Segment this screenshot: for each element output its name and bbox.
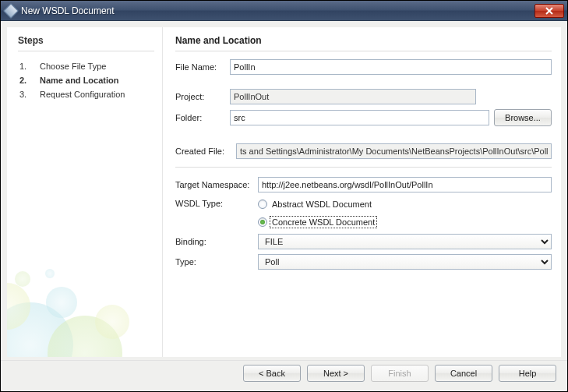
wizard-footer: < Back Next > Finish Cancel Help — [1, 360, 567, 391]
next-button[interactable]: Next > — [307, 365, 365, 382]
label-file-name: File Name: — [175, 62, 225, 72]
steps-heading: Steps — [18, 35, 154, 46]
decorative-bubbles — [7, 244, 178, 357]
divider — [175, 51, 552, 51]
row-file-name: File Name: — [175, 59, 552, 75]
step-item: 3. Request Configuration — [18, 87, 154, 101]
step-label: Request Configuration — [40, 90, 125, 99]
created-file-display — [236, 143, 552, 159]
back-button[interactable]: < Back — [243, 365, 301, 382]
steps-sidebar: Steps 1. Choose File Type 2. Name and Lo… — [7, 27, 163, 357]
svg-point-5 — [15, 271, 30, 287]
label-type: Type: — [175, 257, 253, 267]
svg-point-6 — [45, 269, 55, 278]
finish-button: Finish — [371, 365, 429, 382]
step-item: 1. Choose File Type — [18, 59, 154, 73]
label-target-namespace: Target Namespace: — [175, 180, 253, 189]
target-namespace-input[interactable] — [258, 177, 552, 192]
row-folder: Folder: Browse... — [175, 109, 552, 126]
separator — [175, 167, 552, 168]
content-heading: Name and Location — [175, 35, 552, 46]
label-binding: Binding: — [175, 237, 253, 246]
step-number: 3. — [19, 90, 30, 99]
binding-select[interactable]: FILE — [258, 234, 552, 249]
radio-concrete[interactable]: Concrete WSDL Document — [258, 215, 376, 229]
label-project: Project: — [175, 92, 225, 101]
label-created-file: Created File: — [175, 147, 231, 156]
row-type: Type: Poll — [175, 254, 552, 270]
divider — [18, 51, 154, 51]
radio-icon-selected — [258, 217, 267, 227]
step-label: Name and Location — [40, 76, 118, 85]
title-bar: New WSDL Document — [1, 1, 567, 21]
steps-list: 1. Choose File Type 2. Name and Location… — [18, 59, 154, 101]
close-button[interactable] — [534, 4, 564, 18]
row-target-namespace: Target Namespace: — [175, 177, 552, 192]
close-icon — [545, 7, 554, 15]
browse-button[interactable]: Browse... — [494, 109, 552, 126]
step-number: 2. — [19, 76, 30, 85]
step-item-current: 2. Name and Location — [18, 73, 154, 87]
window-title: New WSDL Document — [21, 5, 534, 16]
file-name-input[interactable] — [230, 59, 552, 75]
row-binding: Binding: FILE — [175, 234, 552, 249]
svg-point-0 — [7, 302, 73, 357]
row-wsdl-type: WSDL Type: Abstract WSDL Document Concre… — [175, 197, 552, 229]
project-display — [230, 89, 476, 104]
step-number: 1. — [19, 62, 30, 71]
form: File Name: Project: Folder: Browse.. — [175, 59, 552, 270]
radio-abstract-label: Abstract WSDL Document — [270, 199, 373, 210]
svg-point-1 — [48, 316, 122, 357]
type-select[interactable]: Poll — [258, 254, 552, 270]
svg-point-4 — [95, 305, 129, 339]
cancel-button[interactable]: Cancel — [435, 365, 492, 382]
help-button[interactable]: Help — [499, 365, 556, 382]
wsdl-app-icon — [3, 3, 19, 19]
content-pane: Name and Location File Name: Project: — [163, 27, 561, 357]
row-created-file: Created File: — [175, 143, 552, 159]
radio-abstract[interactable]: Abstract WSDL Document — [258, 197, 373, 211]
svg-point-2 — [7, 283, 30, 330]
folder-input[interactable] — [230, 110, 489, 125]
step-label: Choose File Type — [40, 62, 106, 71]
radio-icon — [258, 200, 267, 209]
label-wsdl-type: WSDL Type: — [175, 197, 253, 208]
row-project: Project: — [175, 89, 552, 104]
svg-point-3 — [46, 287, 77, 318]
radio-concrete-label: Concrete WSDL Document — [270, 217, 376, 228]
label-folder: Folder: — [175, 113, 225, 122]
